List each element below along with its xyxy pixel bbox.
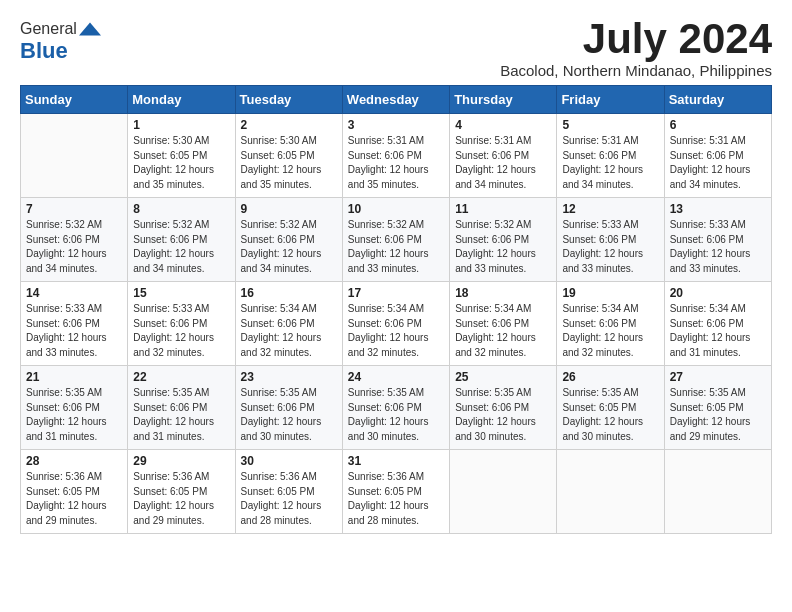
weekday-header-wednesday: Wednesday	[342, 86, 449, 114]
table-row: 15Sunrise: 5:33 AM Sunset: 6:06 PM Dayli…	[128, 282, 235, 366]
day-number: 9	[241, 202, 337, 216]
day-number: 6	[670, 118, 766, 132]
day-number: 2	[241, 118, 337, 132]
day-info: Sunrise: 5:30 AM Sunset: 6:05 PM Dayligh…	[241, 134, 337, 192]
day-number: 17	[348, 286, 444, 300]
table-row	[664, 450, 771, 534]
day-number: 14	[26, 286, 122, 300]
day-info: Sunrise: 5:35 AM Sunset: 6:05 PM Dayligh…	[562, 386, 658, 444]
table-row: 31Sunrise: 5:36 AM Sunset: 6:05 PM Dayli…	[342, 450, 449, 534]
calendar-table: SundayMondayTuesdayWednesdayThursdayFrid…	[20, 85, 772, 534]
weekday-header-monday: Monday	[128, 86, 235, 114]
month-title: July 2024	[500, 16, 772, 62]
table-row: 23Sunrise: 5:35 AM Sunset: 6:06 PM Dayli…	[235, 366, 342, 450]
day-info: Sunrise: 5:32 AM Sunset: 6:06 PM Dayligh…	[455, 218, 551, 276]
table-row: 10Sunrise: 5:32 AM Sunset: 6:06 PM Dayli…	[342, 198, 449, 282]
day-info: Sunrise: 5:31 AM Sunset: 6:06 PM Dayligh…	[348, 134, 444, 192]
table-row: 29Sunrise: 5:36 AM Sunset: 6:05 PM Dayli…	[128, 450, 235, 534]
logo-blue-text: Blue	[20, 38, 68, 64]
table-row: 6Sunrise: 5:31 AM Sunset: 6:06 PM Daylig…	[664, 114, 771, 198]
table-row: 3Sunrise: 5:31 AM Sunset: 6:06 PM Daylig…	[342, 114, 449, 198]
day-info: Sunrise: 5:34 AM Sunset: 6:06 PM Dayligh…	[562, 302, 658, 360]
table-row: 28Sunrise: 5:36 AM Sunset: 6:05 PM Dayli…	[21, 450, 128, 534]
table-row	[450, 450, 557, 534]
table-row: 30Sunrise: 5:36 AM Sunset: 6:05 PM Dayli…	[235, 450, 342, 534]
table-row: 13Sunrise: 5:33 AM Sunset: 6:06 PM Dayli…	[664, 198, 771, 282]
svg-marker-0	[79, 22, 101, 35]
day-info: Sunrise: 5:32 AM Sunset: 6:06 PM Dayligh…	[348, 218, 444, 276]
day-info: Sunrise: 5:33 AM Sunset: 6:06 PM Dayligh…	[670, 218, 766, 276]
day-number: 16	[241, 286, 337, 300]
day-info: Sunrise: 5:32 AM Sunset: 6:06 PM Dayligh…	[26, 218, 122, 276]
weekday-header-friday: Friday	[557, 86, 664, 114]
logo: General Blue	[20, 20, 101, 64]
logo-general-text: General	[20, 20, 77, 38]
weekday-header-saturday: Saturday	[664, 86, 771, 114]
day-number: 12	[562, 202, 658, 216]
day-number: 18	[455, 286, 551, 300]
day-number: 31	[348, 454, 444, 468]
table-row: 9Sunrise: 5:32 AM Sunset: 6:06 PM Daylig…	[235, 198, 342, 282]
day-number: 19	[562, 286, 658, 300]
table-row: 26Sunrise: 5:35 AM Sunset: 6:05 PM Dayli…	[557, 366, 664, 450]
day-number: 11	[455, 202, 551, 216]
day-info: Sunrise: 5:35 AM Sunset: 6:06 PM Dayligh…	[241, 386, 337, 444]
day-info: Sunrise: 5:33 AM Sunset: 6:06 PM Dayligh…	[562, 218, 658, 276]
day-number: 5	[562, 118, 658, 132]
day-number: 20	[670, 286, 766, 300]
table-row: 27Sunrise: 5:35 AM Sunset: 6:05 PM Dayli…	[664, 366, 771, 450]
day-number: 27	[670, 370, 766, 384]
table-row: 17Sunrise: 5:34 AM Sunset: 6:06 PM Dayli…	[342, 282, 449, 366]
page-header: General Blue July 2024 Bacolod, Northern…	[20, 16, 772, 79]
day-number: 30	[241, 454, 337, 468]
day-info: Sunrise: 5:36 AM Sunset: 6:05 PM Dayligh…	[241, 470, 337, 528]
day-info: Sunrise: 5:32 AM Sunset: 6:06 PM Dayligh…	[241, 218, 337, 276]
table-row: 25Sunrise: 5:35 AM Sunset: 6:06 PM Dayli…	[450, 366, 557, 450]
day-info: Sunrise: 5:36 AM Sunset: 6:05 PM Dayligh…	[26, 470, 122, 528]
day-number: 8	[133, 202, 229, 216]
day-number: 29	[133, 454, 229, 468]
day-info: Sunrise: 5:35 AM Sunset: 6:06 PM Dayligh…	[348, 386, 444, 444]
day-info: Sunrise: 5:34 AM Sunset: 6:06 PM Dayligh…	[348, 302, 444, 360]
day-number: 28	[26, 454, 122, 468]
table-row: 14Sunrise: 5:33 AM Sunset: 6:06 PM Dayli…	[21, 282, 128, 366]
weekday-header-sunday: Sunday	[21, 86, 128, 114]
day-number: 3	[348, 118, 444, 132]
title-area: July 2024 Bacolod, Northern Mindanao, Ph…	[500, 16, 772, 79]
day-info: Sunrise: 5:33 AM Sunset: 6:06 PM Dayligh…	[26, 302, 122, 360]
day-info: Sunrise: 5:30 AM Sunset: 6:05 PM Dayligh…	[133, 134, 229, 192]
table-row: 20Sunrise: 5:34 AM Sunset: 6:06 PM Dayli…	[664, 282, 771, 366]
table-row: 24Sunrise: 5:35 AM Sunset: 6:06 PM Dayli…	[342, 366, 449, 450]
day-number: 13	[670, 202, 766, 216]
day-info: Sunrise: 5:35 AM Sunset: 6:05 PM Dayligh…	[670, 386, 766, 444]
table-row: 2Sunrise: 5:30 AM Sunset: 6:05 PM Daylig…	[235, 114, 342, 198]
day-number: 4	[455, 118, 551, 132]
day-info: Sunrise: 5:35 AM Sunset: 6:06 PM Dayligh…	[133, 386, 229, 444]
logo-icon	[79, 22, 101, 36]
day-info: Sunrise: 5:36 AM Sunset: 6:05 PM Dayligh…	[133, 470, 229, 528]
day-number: 15	[133, 286, 229, 300]
table-row: 16Sunrise: 5:34 AM Sunset: 6:06 PM Dayli…	[235, 282, 342, 366]
table-row: 21Sunrise: 5:35 AM Sunset: 6:06 PM Dayli…	[21, 366, 128, 450]
day-info: Sunrise: 5:34 AM Sunset: 6:06 PM Dayligh…	[241, 302, 337, 360]
day-info: Sunrise: 5:31 AM Sunset: 6:06 PM Dayligh…	[562, 134, 658, 192]
weekday-header-tuesday: Tuesday	[235, 86, 342, 114]
table-row: 8Sunrise: 5:32 AM Sunset: 6:06 PM Daylig…	[128, 198, 235, 282]
table-row: 22Sunrise: 5:35 AM Sunset: 6:06 PM Dayli…	[128, 366, 235, 450]
day-info: Sunrise: 5:34 AM Sunset: 6:06 PM Dayligh…	[670, 302, 766, 360]
day-info: Sunrise: 5:31 AM Sunset: 6:06 PM Dayligh…	[455, 134, 551, 192]
table-row: 1Sunrise: 5:30 AM Sunset: 6:05 PM Daylig…	[128, 114, 235, 198]
day-number: 7	[26, 202, 122, 216]
day-info: Sunrise: 5:35 AM Sunset: 6:06 PM Dayligh…	[455, 386, 551, 444]
day-number: 21	[26, 370, 122, 384]
table-row: 18Sunrise: 5:34 AM Sunset: 6:06 PM Dayli…	[450, 282, 557, 366]
table-row	[557, 450, 664, 534]
table-row: 7Sunrise: 5:32 AM Sunset: 6:06 PM Daylig…	[21, 198, 128, 282]
day-number: 10	[348, 202, 444, 216]
day-info: Sunrise: 5:36 AM Sunset: 6:05 PM Dayligh…	[348, 470, 444, 528]
table-row: 19Sunrise: 5:34 AM Sunset: 6:06 PM Dayli…	[557, 282, 664, 366]
table-row: 11Sunrise: 5:32 AM Sunset: 6:06 PM Dayli…	[450, 198, 557, 282]
location-subtitle: Bacolod, Northern Mindanao, Philippines	[500, 62, 772, 79]
day-number: 24	[348, 370, 444, 384]
day-info: Sunrise: 5:35 AM Sunset: 6:06 PM Dayligh…	[26, 386, 122, 444]
